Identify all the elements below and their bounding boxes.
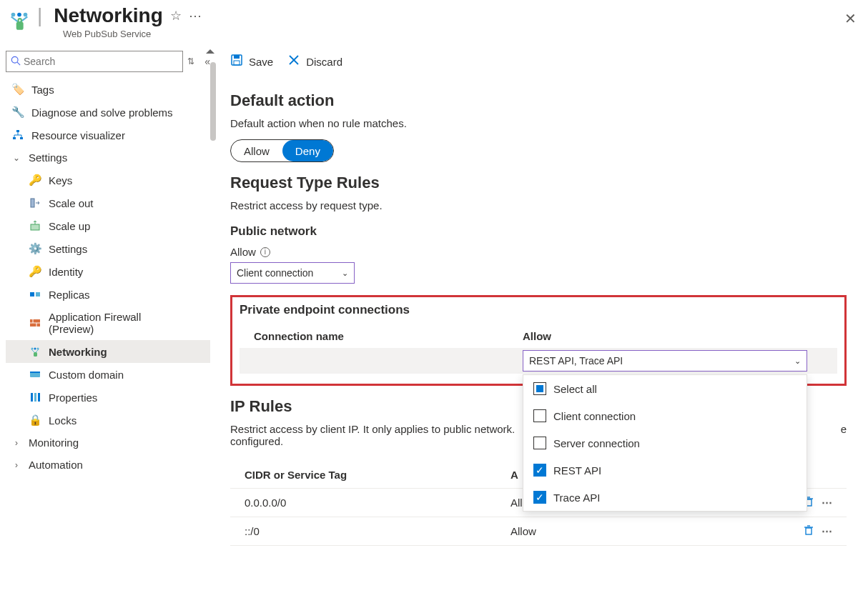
chevron-right-icon: › [11,460,21,470]
collapse-sidebar-icon[interactable]: « [204,56,210,67]
toggle-deny[interactable]: Deny [282,140,333,161]
option-label: Select all [553,383,597,395]
search-input[interactable] [24,51,178,71]
opt-trace-api[interactable]: ✓Trace API [523,484,807,511]
svg-point-5 [11,56,18,63]
request-rules-desc: Restrict access by request type. [230,199,847,211]
save-button[interactable]: Save [230,54,273,70]
action-value: Allow [511,525,782,537]
favorite-star-icon[interactable]: ☆ [170,8,182,24]
checkbox-indeterminate[interactable] [533,382,546,395]
sidebar-label: Diagnose and solve problems [31,106,173,119]
option-label: Client connection [553,410,636,422]
opt-client-connection[interactable]: Client connection [523,402,807,429]
sidebar-label: Settings [29,151,67,164]
sidebar-label: Properties [49,392,97,404]
row-more-button[interactable]: ⋯ [822,524,832,538]
checkbox-unchecked[interactable] [533,437,546,449]
close-button[interactable]: ✕ [844,10,857,27]
svg-point-19 [37,348,39,350]
page-title: Networking [54,4,162,27]
allow-label: Allow [230,246,256,258]
search-icon [11,56,21,68]
svg-rect-13 [36,292,40,296]
svg-rect-24 [31,393,33,402]
scale-out-icon [29,196,41,209]
private-endpoint-heading: Private endpoint connections [240,303,837,317]
sidebar-item-locks[interactable]: 🔒Locks [6,409,210,432]
sidebar-item-identity[interactable]: 🔑Identity [6,260,210,283]
text: configured. [230,435,283,447]
sidebar-item-resource-visualizer[interactable]: Resource visualizer [6,124,210,146]
pe-allow-dropdown: Select all Client connection Server conn… [523,374,807,512]
chevron-right-icon: › [11,438,21,448]
svg-point-1 [24,13,28,17]
sidebar-item-settings[interactable]: ⚙️Settings [6,237,210,260]
default-action-toggle[interactable]: Allow Deny [230,139,334,162]
toolbar: Save Discard [216,48,861,76]
domain-icon [29,368,41,381]
sidebar-item-replicas[interactable]: Replicas [6,283,210,306]
pe-allow-select[interactable]: REST API, Trace API ⌄ [523,350,807,372]
scale-up-icon [29,219,41,232]
text: Restrict access by client IP. It only ap… [230,423,515,435]
sidebar-label: Resource visualizer [31,129,125,141]
sidebar-item-networking[interactable]: Networking [6,340,210,363]
sidebar-group-automation[interactable]: ›Automation [6,454,210,476]
sidebar-group-settings[interactable]: ⌄Settings [6,146,210,169]
networking-icon [29,345,41,358]
sidebar-item-scale-out[interactable]: Scale out [6,191,210,214]
checkbox-checked[interactable]: ✓ [533,491,546,504]
sidebar-item-properties[interactable]: Properties [6,386,210,409]
svg-point-0 [11,13,16,17]
pe-table-row: REST API, Trace API ⌄ Select all Client … [240,348,837,374]
select-value: REST API, Trace API [529,355,623,367]
service-icon [7,9,31,33]
option-label: Server connection [553,437,640,449]
sidebar-item-custom-domain[interactable]: Custom domain [6,363,210,386]
sidebar-scrollbar[interactable] [210,62,216,141]
svg-rect-12 [30,292,34,296]
svg-rect-10 [31,199,34,207]
toggle-allow[interactable]: Allow [231,140,282,161]
svg-rect-9 [20,137,23,139]
sidebar-item-tags[interactable]: 🏷️Tags [6,78,210,101]
chevron-down-icon: ⌄ [342,269,348,278]
default-action-desc: Default action when no rule matches. [230,117,847,129]
svg-point-18 [31,348,34,350]
page-header: | Networking ☆ ⋯ Web PubSub Service ✕ [0,0,868,44]
checkbox-unchecked[interactable] [533,409,546,422]
sidebar-item-app-firewall[interactable]: Application Firewall (Preview) [6,306,210,340]
private-endpoint-highlight: Private endpoint connections Connection … [230,295,847,386]
sidebar-item-scale-up[interactable]: Scale up [6,214,210,237]
sidebar-search[interactable] [6,51,183,72]
info-icon[interactable]: i [260,247,270,257]
allow-label-row: Allow i [230,246,847,258]
discard-button[interactable]: Discard [287,54,342,70]
opt-server-connection[interactable]: Server connection [523,429,807,457]
properties-icon [29,391,41,404]
opt-rest-api[interactable]: ✓REST API [523,457,807,484]
option-label: REST API [553,464,601,477]
row-more-button[interactable]: ⋯ [822,496,832,509]
delete-button[interactable] [803,524,814,538]
sidebar-item-diagnose[interactable]: 🔧Diagnose and solve problems [6,101,210,124]
cidr-value: 0.0.0.0/0 [245,497,511,509]
sidebar-label: Identity [49,266,83,278]
sidebar-label: Locks [49,414,77,427]
sidebar-label: Monitoring [29,437,79,449]
gear-icon: ⚙️ [29,242,41,255]
svg-rect-29 [234,61,240,65]
expand-collapse-icon[interactable]: ⇅ [187,56,194,66]
public-allow-select[interactable]: Client connection ⌄ [230,262,355,284]
sidebar-label: Tags [31,84,54,96]
svg-rect-7 [16,130,19,132]
svg-rect-25 [34,393,36,402]
sidebar-item-keys[interactable]: 🔑Keys [6,169,210,191]
opt-select-all[interactable]: Select all [523,375,807,402]
lock-icon: 🔒 [29,414,41,427]
more-icon[interactable]: ⋯ [189,8,202,24]
sidebar-group-monitoring[interactable]: ›Monitoring [6,432,210,454]
title-divider: | [37,4,42,27]
checkbox-checked[interactable]: ✓ [533,464,546,477]
